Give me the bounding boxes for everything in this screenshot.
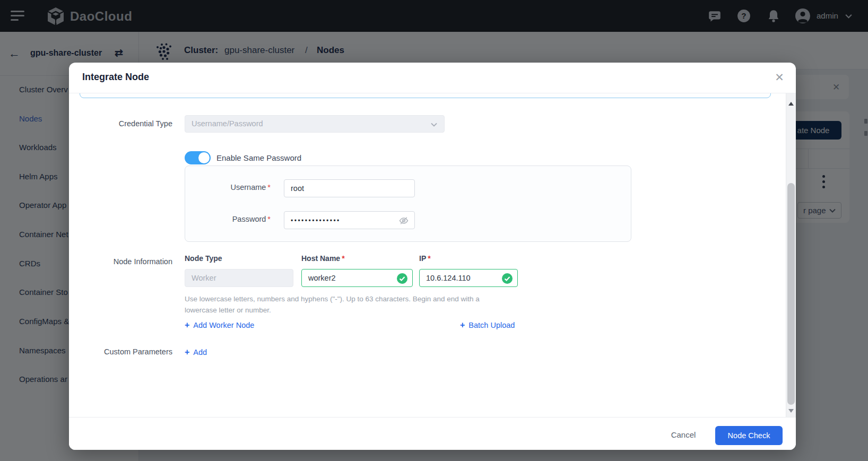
username-input[interactable]: root (284, 179, 415, 197)
modal-title: Integrate Node (82, 72, 149, 83)
add-worker-node-link[interactable]: +Add Worker Node (185, 320, 254, 330)
plus-icon: + (185, 347, 189, 356)
node-information-label: Node Information (69, 257, 172, 266)
modal-header: Integrate Node ✕ (69, 63, 796, 93)
credential-type-label: Credential Type (69, 119, 172, 128)
ip-input[interactable]: 10.6.124.110 (419, 269, 518, 287)
screen: DaoCloud ? admin ← gpu-share-cl (0, 0, 868, 461)
check-circle-icon (502, 273, 513, 284)
scroll-up-arrow[interactable] (788, 102, 794, 106)
toggle-knob (198, 152, 210, 163)
modal-body: Credential Type Username/Password Enable… (69, 93, 796, 417)
same-password-label: Enable Same Password (216, 153, 301, 162)
scrollbar-thumb[interactable] (787, 183, 795, 405)
required-asterisk: * (428, 254, 430, 263)
check-circle-icon (397, 273, 407, 284)
ip-column-label: IP* (419, 254, 431, 263)
required-asterisk: * (342, 254, 344, 263)
password-label: Password* (185, 215, 271, 223)
host-name-column-label: Host Name* (301, 254, 345, 263)
integrate-node-modal: Integrate Node ✕ Credential Type Usernam… (69, 63, 796, 450)
node-type-column-label: Node Type (185, 254, 222, 263)
scrolled-focused-field-edge[interactable] (80, 93, 771, 98)
close-icon[interactable]: ✕ (772, 71, 786, 84)
hostname-hint-text: Use lowercase letters, numbers and hyphe… (185, 293, 501, 316)
masked-password: •••••••••••••• (291, 217, 341, 224)
eye-off-icon[interactable] (398, 215, 409, 226)
credentials-group-box: Username* root Password* •••••••••••••• (185, 166, 631, 242)
cancel-button[interactable]: Cancel (657, 430, 710, 439)
node-type-input: Worker (185, 269, 293, 287)
scroll-down-arrow[interactable] (788, 409, 794, 413)
node-check-button[interactable]: Node Check (715, 426, 783, 445)
host-name-input[interactable]: worker2 (301, 269, 413, 287)
batch-upload-link[interactable]: +Batch Upload (460, 320, 515, 330)
modal-scrollbar[interactable] (786, 93, 796, 417)
password-input[interactable]: •••••••••••••• (284, 211, 415, 229)
credential-type-select[interactable]: Username/Password (185, 115, 445, 133)
same-password-toggle[interactable] (185, 151, 211, 164)
credential-type-value: Username/Password (192, 119, 263, 128)
required-asterisk: * (267, 215, 271, 223)
modal-footer: Cancel Node Check (69, 417, 796, 450)
username-label: Username* (185, 183, 271, 192)
add-custom-parameter-link[interactable]: +Add (185, 347, 207, 357)
custom-parameters-label: Custom Parameters (69, 347, 172, 356)
plus-icon: + (460, 320, 465, 329)
plus-icon: + (185, 320, 189, 329)
required-asterisk: * (267, 183, 271, 192)
chevron-down-icon (430, 121, 438, 128)
